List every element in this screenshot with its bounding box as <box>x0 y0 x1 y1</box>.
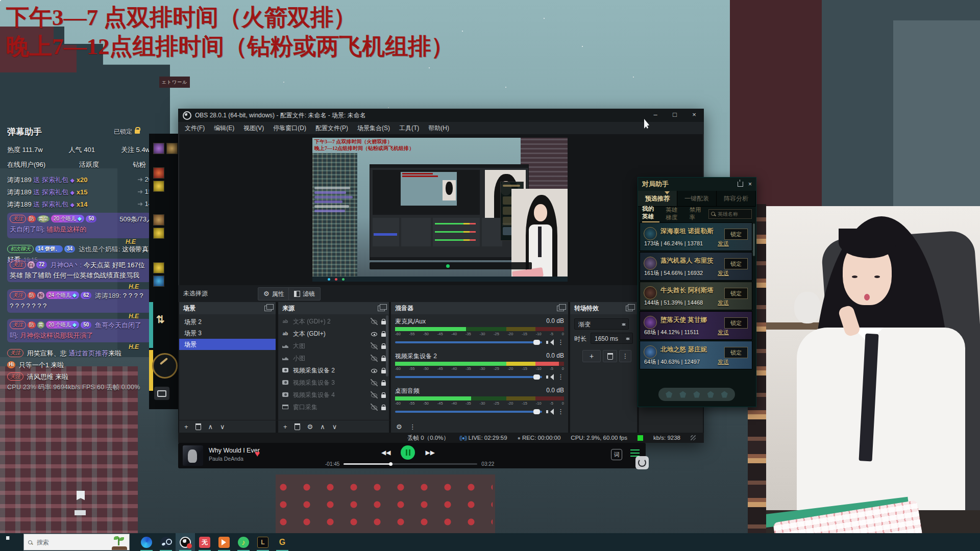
role-jungle-icon[interactable] <box>679 391 686 398</box>
subtab-ban-rate[interactable]: 禁用率 <box>689 206 702 221</box>
lock-icon[interactable] <box>381 345 386 349</box>
start-button[interactable] <box>0 533 23 551</box>
obs-preview[interactable]: 下午3—7 点双排时间（火箭双排）晚上7—12点组排时间（钻粉或两飞机组排） <box>179 134 703 285</box>
tab-online-users[interactable]: 在线用户(96) <box>7 160 45 169</box>
channel-menu-icon[interactable]: ⋮ <box>557 373 564 381</box>
obs-menubar[interactable]: 文件(F)编辑(E)视图(V)停靠窗口(D)配置文件(P)场景集合(S)工具(T… <box>178 122 704 134</box>
lock-button[interactable]: 锁定 <box>724 258 748 269</box>
source-row[interactable]: 窗口采集 <box>278 401 389 413</box>
taskbar-g-app[interactable]: G <box>273 533 292 551</box>
role-filter-bar[interactable] <box>658 388 735 401</box>
lock-icon[interactable] <box>381 370 386 373</box>
speaker-icon[interactable] <box>546 374 553 380</box>
visibility-icon[interactable] <box>371 342 378 349</box>
dock-popout-icon[interactable] <box>557 306 564 311</box>
duration-input[interactable]: 1650 ms <box>591 333 633 344</box>
remove-transition-button[interactable] <box>603 350 617 362</box>
scene-item[interactable]: 场景 2 <box>179 316 276 328</box>
taskbar-obs[interactable] <box>176 533 195 551</box>
role-adc-icon[interactable] <box>707 391 714 398</box>
lock-icon[interactable] <box>381 321 386 324</box>
taskbar-steam[interactable] <box>156 533 176 551</box>
source-up-button[interactable]: ∧ <box>320 423 325 430</box>
channel-menu-icon[interactable]: ⋮ <box>557 408 564 415</box>
lock-button[interactable]: 锁定 <box>724 288 748 299</box>
send-link[interactable]: 发送 <box>718 299 729 307</box>
assistant-close-icon[interactable]: × <box>748 181 752 188</box>
maximize-button[interactable]: □ <box>665 109 684 122</box>
hero-card[interactable]: 牛头酋长 阿利斯塔 144场 | 51.39% | 14468 发送 锁定 <box>640 282 752 310</box>
assistant-header[interactable]: 对局助手 × <box>638 178 756 191</box>
close-button[interactable]: × <box>684 109 704 122</box>
channel-menu-icon[interactable]: ⋮ <box>557 338 564 346</box>
send-link[interactable]: 发送 <box>718 240 729 247</box>
visibility-icon[interactable] <box>371 330 378 337</box>
song-title[interactable]: Why Would I Ever <box>209 447 260 454</box>
source-down-button[interactable]: ∨ <box>332 423 337 430</box>
tab-activity[interactable]: 活跃度 <box>79 160 99 169</box>
taskbar-search[interactable] <box>23 534 130 550</box>
taskbar-orange-app[interactable] <box>214 533 234 551</box>
role-top-icon[interactable] <box>666 391 672 398</box>
source-row[interactable]: 视频采集设备 2 <box>278 364 389 377</box>
transition-select[interactable]: 渐变 <box>574 318 629 330</box>
properties-button[interactable]: ⚙属性 <box>258 287 290 300</box>
taskbar-search-input[interactable] <box>36 538 99 546</box>
send-link[interactable]: 发送 <box>718 358 729 366</box>
tab-diamond-fans[interactable]: 钻粉 <box>133 160 146 169</box>
source-properties-button[interactable]: ⚙ <box>307 423 313 430</box>
source-row[interactable]: 视频采集设备 4 <box>278 389 389 401</box>
add-transition-button[interactable]: + <box>582 350 601 362</box>
scrollbar[interactable] <box>386 315 388 377</box>
volume-slider[interactable] <box>395 376 542 378</box>
danmaku-locked-badge[interactable]: 已锁定 <box>114 128 140 136</box>
pause-button[interactable] <box>401 445 415 460</box>
taskbar-lol[interactable]: L <box>253 533 273 551</box>
send-link[interactable]: 发送 <box>718 329 729 336</box>
chat-bubble-icon[interactable] <box>154 387 169 400</box>
hero-card[interactable]: 北地之怒 瑟庄妮 64场 | 40.63% | 12497 发送 锁定 <box>640 341 752 369</box>
source-row[interactable]: ab文本 (GDI+) 2 <box>278 315 389 328</box>
lock-icon[interactable] <box>381 394 386 398</box>
favorite-heart-icon[interactable]: ♥ <box>255 449 260 459</box>
taskbar-edge[interactable] <box>137 533 156 551</box>
remove-source-button[interactable] <box>295 423 300 430</box>
speaker-icon[interactable] <box>546 409 553 415</box>
visibility-icon[interactable] <box>371 379 378 386</box>
hero-card[interactable]: 深海泰坦 诺提勒斯 173场 | 46.24% | 13781 发送 锁定 <box>640 222 752 251</box>
taskbar-red-app[interactable]: 无 <box>195 533 214 551</box>
add-scene-button[interactable]: + <box>184 423 188 430</box>
volume-slider[interactable] <box>395 341 542 343</box>
obs-titlebar[interactable]: OBS 28.0.1 (64-bit, windows) - 配置文件: 未命名… <box>178 109 704 122</box>
dock-popout-icon[interactable] <box>626 306 633 311</box>
visibility-icon[interactable] <box>371 391 378 398</box>
lock-button[interactable]: 锁定 <box>724 229 748 240</box>
minimize-button[interactable]: – <box>646 109 665 122</box>
tab-quick-build[interactable]: 一键配装 <box>677 191 717 206</box>
add-source-button[interactable]: + <box>283 423 287 430</box>
resize-grip[interactable] <box>691 435 696 440</box>
scene-down-button[interactable]: ∨ <box>220 423 225 430</box>
source-row[interactable]: 小图 <box>278 352 389 364</box>
scene-up-button[interactable]: ∧ <box>208 423 213 430</box>
hero-card[interactable]: 蒸汽机器人 布里茨 161场 | 54.66% | 16932 发送 锁定 <box>640 252 752 281</box>
tab-comp-analysis[interactable]: 阵容分析 <box>717 191 756 206</box>
scene-item-selected[interactable]: 场景 <box>179 339 276 350</box>
role-mid-icon[interactable] <box>693 391 700 398</box>
previous-track-button[interactable]: ◀◀ <box>381 449 390 456</box>
speaker-icon[interactable] <box>546 339 553 345</box>
send-link[interactable]: 发送 <box>718 269 729 277</box>
visibility-icon[interactable] <box>371 318 378 325</box>
subtab-hero-tier[interactable]: 英雄梯度 <box>666 206 683 221</box>
progress-bar[interactable] <box>344 463 477 465</box>
mixer-menu-icon[interactable]: ⋮ <box>409 423 416 431</box>
volume-slider[interactable] <box>395 411 542 413</box>
hero-search-input[interactable] <box>717 211 749 217</box>
transition-menu-button[interactable]: ⋮ <box>619 350 631 362</box>
visibility-icon[interactable] <box>371 355 378 362</box>
hero-card[interactable]: 堕落天使 莫甘娜 68场 | 44.12% | 11511 发送 锁定 <box>640 311 752 340</box>
dock-popout-icon[interactable] <box>378 306 385 311</box>
playlist-icon[interactable] <box>630 449 640 457</box>
source-row[interactable]: 视频采集设备 3 <box>278 377 389 389</box>
scrollbar[interactable] <box>753 223 755 256</box>
